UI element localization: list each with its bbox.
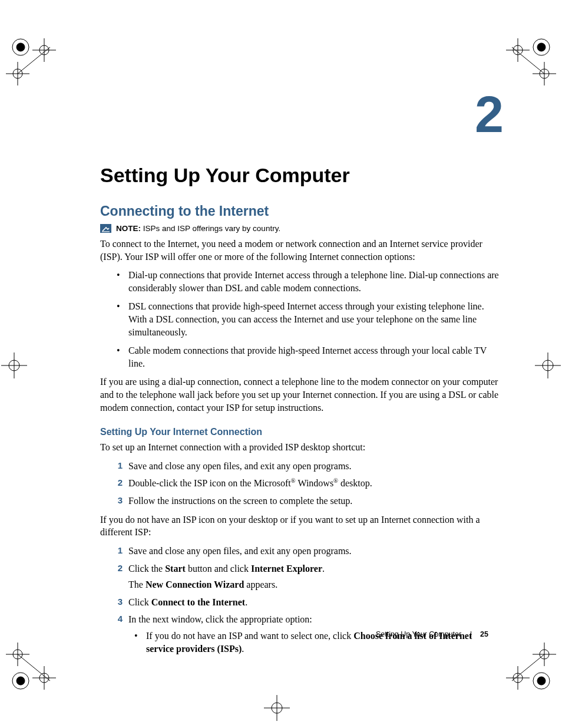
step-item: Click the Start button and click Interne…: [100, 562, 501, 591]
registration-mark: [0, 348, 28, 383]
note-callout: NOTE: ISPs and ISP offerings vary by cou…: [100, 224, 501, 233]
body-paragraph: If you are using a dial-up connection, c…: [100, 375, 501, 414]
note-icon: [100, 224, 111, 233]
intro-paragraph: To connect to the Internet, you need a m…: [100, 238, 501, 263]
subsection-heading: Setting Up Your Internet Connection: [100, 427, 501, 437]
step-item: Click Connect to the Internet.: [100, 596, 501, 609]
list-item: DSL connections that provide high-speed …: [100, 300, 501, 338]
registration-mark: [259, 694, 295, 722]
page-content: 2 Setting Up Your Computer Connecting to…: [100, 88, 501, 661]
svg-point-37: [537, 677, 546, 685]
list-item: Cable modem connections that provide hig…: [100, 344, 501, 370]
footer-page-number: 25: [480, 630, 488, 638]
registration-mark: [3, 634, 68, 699]
step-item: Follow the instructions on the screen to…: [100, 495, 501, 508]
footer-section: Setting Up Your Computer: [376, 630, 461, 638]
step-item: Save and close any open files, and exit …: [100, 460, 501, 473]
page-footer: Setting Up Your Computer 25: [376, 630, 488, 638]
section-heading: Connecting to the Internet: [100, 203, 501, 219]
footer-separator: [471, 631, 471, 638]
note-text: NOTE: ISPs and ISP offerings vary by cou…: [116, 224, 280, 233]
svg-point-1: [16, 43, 25, 51]
steps-list-2: Save and close any open files, and exit …: [100, 545, 501, 655]
connection-options-list: Dial-up connections that provide Interne…: [100, 269, 501, 370]
step-item: Double-click the ISP icon on the Microso…: [100, 477, 501, 490]
list-item: Dial-up connections that provide Interne…: [100, 269, 501, 294]
svg-point-10: [537, 43, 546, 51]
body-paragraph: If you do not have an ISP icon on your d…: [100, 513, 501, 539]
chapter-title: Setting Up Your Computer: [100, 164, 501, 187]
registration-mark: [494, 634, 559, 699]
body-paragraph: To set up an Internet connection with a …: [100, 441, 501, 454]
step-subtext: The New Connection Wizard appears.: [128, 578, 501, 591]
svg-point-28: [16, 677, 25, 685]
registration-mark: [494, 29, 559, 94]
note-body: ISPs and ISP offerings vary by country.: [143, 224, 280, 233]
note-label: NOTE:: [116, 224, 141, 233]
chapter-number: 2: [100, 88, 504, 140]
steps-list-1: Save and close any open files, and exit …: [100, 460, 501, 508]
step-item: Save and close any open files, and exit …: [100, 545, 501, 558]
registration-mark: [534, 348, 562, 383]
registration-mark: [3, 29, 68, 94]
